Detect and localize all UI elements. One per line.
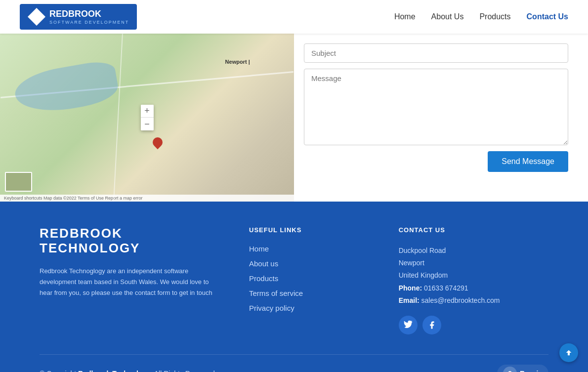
footer-link-item: Privacy policy [249,304,369,313]
footer: REDBROOK TECHNOLOGY Redbrook Technoglogy… [0,202,588,372]
footer-copyright: © Copyright Redbrook Technology. All Rig… [40,370,215,372]
map-container: Newport | + − Keyboard shortcuts Map dat… [0,34,294,202]
send-button[interactable]: Send Message [488,151,568,172]
footer-link-item: Home [249,245,369,253]
nav-links: Home About Us Products Contact Us [394,12,568,21]
map-pin-body [151,135,165,149]
footer-address-line3: United Kingdom [399,269,548,282]
main-section: Newport | + − Keyboard shortcuts Map dat… [0,34,588,202]
logo: REDBROOK SOFTWARE DEVELOPMENT [20,4,137,30]
map-city-label: Newport | [225,59,250,65]
footer-link-terms[interactable]: Terms of service [249,289,303,297]
footer-top: REDBROOK TECHNOLOGY Redbrook Technoglogy… [40,226,548,334]
footer-bottom: © Copyright Redbrook Technology. All Rig… [40,354,548,372]
navbar: REDBROOK SOFTWARE DEVELOPMENT Home About… [0,0,588,34]
footer-phone: Phone: 01633 674291 [399,282,548,294]
footer-link-item: Products [249,274,369,283]
footer-brand: REDBROOK TECHNOLOGY Redbrook Technoglogy… [40,226,219,334]
social-icons [399,316,548,334]
footer-contact-info: Duckpool Road Newport United Kingdom Pho… [399,245,548,307]
map-zoom-in[interactable]: + [141,105,154,118]
footer-link-item: Terms of service [249,289,369,298]
footer-links-list: Home About us Products Terms of service … [249,245,369,313]
footer-address-line1: Duckpool Road [399,245,548,257]
nav-products[interactable]: Products [479,12,510,21]
scroll-to-top[interactable] [559,343,578,362]
nav-about[interactable]: About Us [431,12,464,21]
logo-text: REDBROOK SOFTWARE DEVELOPMENT [49,9,129,25]
nav-contact[interactable]: Contact Us [527,12,568,21]
map-river [12,59,121,118]
map-zoom-out[interactable]: − [141,118,154,130]
footer-useful-links: USEFUL LINKS Home About us Products Term… [249,226,369,334]
footer-email-value: sales@redbrooktech.com [421,296,500,304]
facebook-icon[interactable] [422,316,441,334]
logo-icon [28,8,45,26]
revain-icon [503,367,517,372]
footer-email-label: Email: [399,296,420,304]
footer-brand-desc: Redbrook Technoglogy are an independent … [40,266,219,298]
subject-input[interactable] [304,43,568,63]
nav-home[interactable]: Home [394,12,416,21]
map-image: Newport | + − Keyboard shortcuts Map dat… [0,34,294,202]
map-pin [153,137,163,151]
message-input[interactable] [304,69,568,145]
footer-link-products[interactable]: Products [249,274,278,283]
map-zoom-controls: + − [141,105,154,130]
footer-email: Email: sales@redbrooktech.com [399,294,548,307]
footer-link-privacy[interactable]: Privacy policy [249,304,294,312]
revain-widget[interactable]: Revain [497,365,548,372]
contact-form: Send Message [294,34,588,202]
footer-phone-value: 01633 674291 [424,284,468,292]
footer-contact-title: CONTACT US [399,226,548,234]
map-thumbnail [5,172,32,192]
footer-links-title: USEFUL LINKS [249,226,369,234]
footer-phone-label: Phone: [399,284,422,292]
revain-label: Revain [520,370,543,372]
footer-link-item: About us [249,259,369,268]
twitter-icon[interactable] [399,316,418,334]
footer-address-line2: Newport [399,257,548,269]
footer-link-home[interactable]: Home [249,245,269,253]
footer-link-about[interactable]: About us [249,259,278,268]
footer-contact-col: CONTACT US Duckpool Road Newport United … [399,226,548,334]
footer-brand-title: REDBROOK TECHNOLOGY [40,226,219,256]
map-bottom-bar: Keyboard shortcuts Map data ©2022 Terms … [0,195,294,202]
send-btn-wrap: Send Message [304,151,568,172]
